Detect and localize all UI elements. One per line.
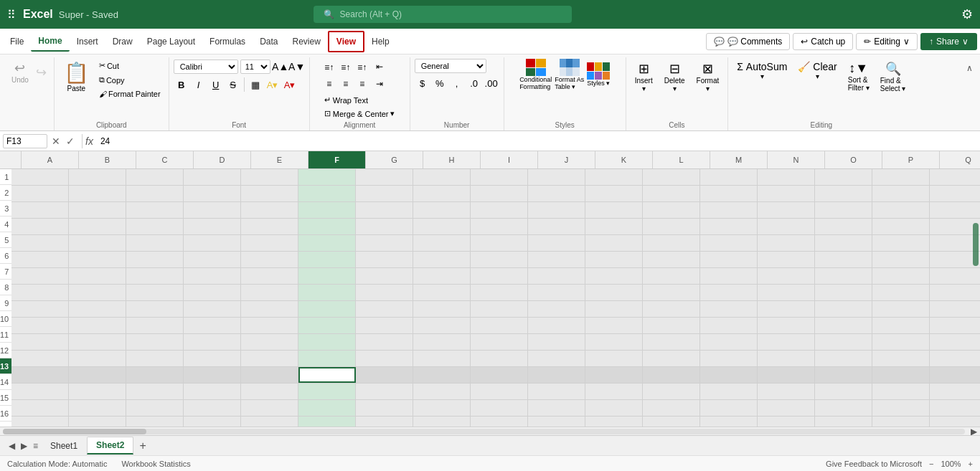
- share-button[interactable]: ↑ Share ∨: [920, 33, 977, 50]
- row-num-11[interactable]: 11: [0, 327, 11, 343]
- search-input[interactable]: [340, 9, 562, 19]
- menu-item-help[interactable]: Help: [364, 32, 397, 51]
- grid-cell-A14[interactable]: [11, 384, 69, 399]
- grid-cell-C12[interactable]: [126, 351, 184, 366]
- search-box[interactable]: 🔍: [314, 6, 572, 23]
- row-num-6[interactable]: 6: [0, 248, 11, 264]
- col-header-Q[interactable]: Q: [940, 151, 980, 168]
- grid-cell-G2[interactable]: [356, 186, 413, 201]
- col-header-G[interactable]: G: [366, 151, 423, 168]
- row-num-16[interactable]: 16: [0, 406, 11, 422]
- grid-cell-M3[interactable]: [700, 202, 758, 218]
- align-center-button[interactable]: ≡: [338, 76, 354, 92]
- wrap-text-button[interactable]: ↵ Wrap Text: [321, 94, 398, 106]
- grid-cell-D12[interactable]: [184, 351, 241, 366]
- sort-filter-button[interactable]: ↕▼ Sort &Filter ▾: [844, 59, 874, 95]
- grid-cell-A16[interactable]: [11, 417, 69, 427]
- grid-cell-P8[interactable]: [872, 285, 930, 300]
- grid-cell-G16[interactable]: [356, 417, 413, 427]
- grid-cell-N15[interactable]: [758, 400, 815, 416]
- grid-cell-L7[interactable]: [643, 268, 700, 284]
- format-button[interactable]: ⊠ Format ▾: [692, 59, 724, 95]
- grid-cell-G12[interactable]: [356, 351, 413, 366]
- row-num-3[interactable]: 3: [0, 201, 11, 217]
- comments-button[interactable]: 💬 💬 Comments: [706, 33, 790, 50]
- grid-cell-M9[interactable]: [700, 301, 758, 317]
- sheet-menu-button[interactable]: ≡: [30, 439, 41, 452]
- grid-cell-B13[interactable]: [69, 367, 126, 383]
- grid-cell-K8[interactable]: [585, 285, 643, 300]
- grid-cell-K16[interactable]: [585, 417, 643, 427]
- grid-cell-N16[interactable]: [758, 417, 815, 427]
- settings-icon[interactable]: ⚙: [961, 6, 973, 22]
- grid-cell-P14[interactable]: [872, 384, 930, 399]
- autosum-button[interactable]: Σ AutoSum ▾: [732, 59, 791, 95]
- grid-cell-A5[interactable]: [11, 235, 69, 251]
- grid-cell-H6[interactable]: [413, 252, 471, 267]
- grid-cell-J2[interactable]: [528, 186, 585, 201]
- grid-cell-F6[interactable]: [298, 252, 356, 267]
- grid-cell-D8[interactable]: [184, 285, 241, 300]
- grid-cell-D13[interactable]: [184, 367, 241, 383]
- grid-cell-C13[interactable]: [126, 367, 184, 383]
- menu-item-review[interactable]: Review: [285, 32, 327, 51]
- grid-cell-M6[interactable]: [700, 252, 758, 267]
- grid-cell-L2[interactable]: [643, 186, 700, 201]
- col-header-C[interactable]: C: [136, 151, 194, 168]
- grid-cell-P5[interactable]: [872, 235, 930, 251]
- copy-button[interactable]: ⧉ Copy: [95, 73, 164, 87]
- grid-cell-J1[interactable]: [528, 169, 585, 185]
- grid-cell-J8[interactable]: [528, 285, 585, 300]
- grid-cell-D16[interactable]: [184, 417, 241, 427]
- grid-cell-L5[interactable]: [643, 235, 700, 251]
- feedback-label[interactable]: Give Feedback to Microsoft: [826, 460, 922, 468]
- grid-cell-F5[interactable]: [298, 235, 356, 251]
- grid-cell-P10[interactable]: [872, 318, 930, 333]
- redo-button[interactable]: ↪: [33, 63, 50, 82]
- grid-cell-E2[interactable]: [241, 186, 298, 201]
- grid-cell-M8[interactable]: [700, 285, 758, 300]
- grid-cell-H14[interactable]: [413, 384, 471, 399]
- cut-button[interactable]: ✂ Cut: [95, 59, 164, 72]
- grid-cell-O9[interactable]: [815, 301, 872, 317]
- grid-cell-P4[interactable]: [872, 219, 930, 234]
- menu-item-insert[interactable]: Insert: [70, 32, 105, 51]
- grid-cell-I16[interactable]: [471, 417, 528, 427]
- grid-cell-J14[interactable]: [528, 384, 585, 399]
- grid-cell-O13[interactable]: [815, 367, 872, 383]
- grid-cell-I15[interactable]: [471, 400, 528, 416]
- grid-cell-P7[interactable]: [872, 268, 930, 284]
- grid-cell-F11[interactable]: [298, 334, 356, 350]
- grid-cell-B16[interactable]: [69, 417, 126, 427]
- decrease-decimal-button[interactable]: .0: [466, 75, 482, 91]
- grid-cell-E10[interactable]: [241, 318, 298, 333]
- grid-cell-A12[interactable]: [11, 351, 69, 366]
- grid-cell-A4[interactable]: [11, 219, 69, 234]
- grid-cell-L10[interactable]: [643, 318, 700, 333]
- font-size-increase-button[interactable]: A▲: [273, 59, 288, 75]
- grid-cell-O2[interactable]: [815, 186, 872, 201]
- sheet-tab-sheet2[interactable]: Sheet2: [87, 437, 133, 455]
- grid-cell-F13[interactable]: [298, 367, 356, 383]
- clear-button[interactable]: 🧹 Clear ▾: [793, 59, 841, 95]
- grid-cell-B6[interactable]: [69, 252, 126, 267]
- scroll-right-icon[interactable]: ▶: [968, 427, 980, 436]
- border-button[interactable]: ▦: [248, 77, 263, 92]
- sheet-left-button[interactable]: ◀: [6, 439, 18, 452]
- col-header-J[interactable]: J: [538, 151, 595, 168]
- grid-cell-K3[interactable]: [585, 202, 643, 218]
- cell-reference-input[interactable]: [3, 134, 47, 148]
- grid-cell-K2[interactable]: [585, 186, 643, 201]
- grid-cell-B3[interactable]: [69, 202, 126, 218]
- grid-cell-P12[interactable]: [872, 351, 930, 366]
- grid-cell-C4[interactable]: [126, 219, 184, 234]
- undo-button[interactable]: ↩ Undo: [9, 59, 32, 85]
- grid-cell-K9[interactable]: [585, 301, 643, 317]
- grid-cell-N1[interactable]: [758, 169, 815, 185]
- grid-cell-J9[interactable]: [528, 301, 585, 317]
- grid-cell-J15[interactable]: [528, 400, 585, 416]
- grid-cell-B11[interactable]: [69, 334, 126, 350]
- formula-cancel-icon[interactable]: ✕: [50, 134, 62, 148]
- grid-cell-B2[interactable]: [69, 186, 126, 201]
- grid-cell-D5[interactable]: [184, 235, 241, 251]
